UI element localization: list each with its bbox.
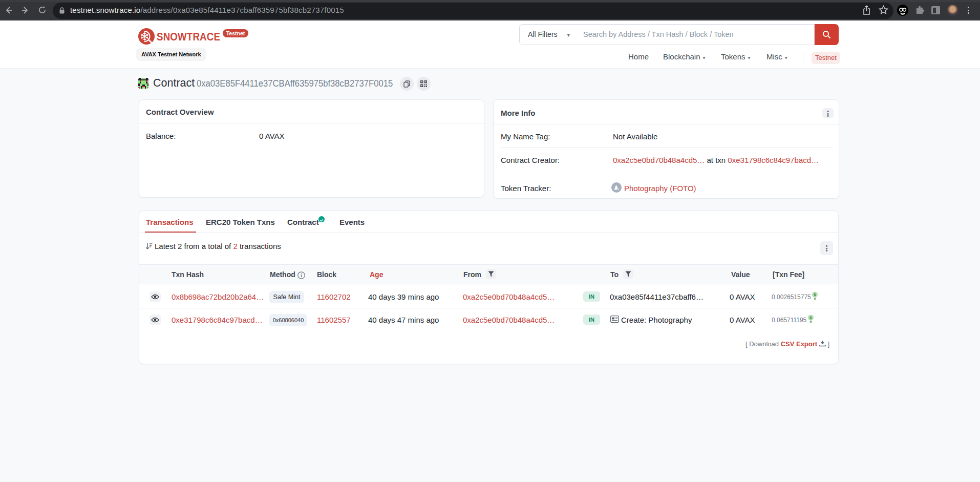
svg-text:$: $: [810, 316, 812, 320]
svg-text:$: $: [814, 293, 816, 297]
